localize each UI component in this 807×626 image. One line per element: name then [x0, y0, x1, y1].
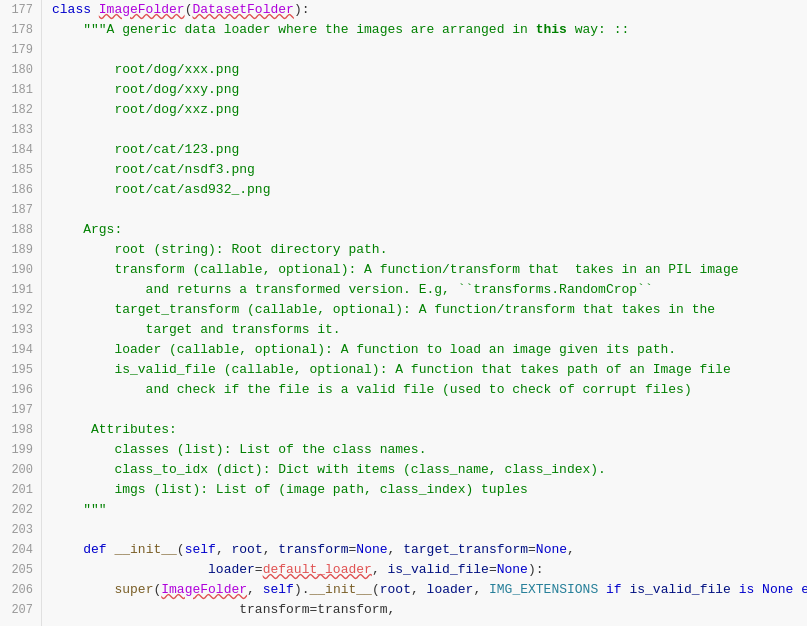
line-number: 197	[8, 400, 33, 420]
code-line: """	[52, 500, 807, 520]
line-number: 195	[8, 360, 33, 380]
code-editor: 1771781791801811821831841851861871881891…	[0, 0, 807, 626]
code-line: root/dog/xxy.png	[52, 80, 807, 100]
line-number: 187	[8, 200, 33, 220]
code-line: super(ImageFolder, self).__init__(root, …	[52, 580, 807, 600]
code-line: class_to_idx (dict): Dict with items (cl…	[52, 460, 807, 480]
code-line	[52, 520, 807, 540]
line-number: 189	[8, 240, 33, 260]
line-number: 192	[8, 300, 33, 320]
code-line: classes (list): List of the class names.	[52, 440, 807, 460]
line-number: 185	[8, 160, 33, 180]
line-number: 200	[8, 460, 33, 480]
line-number: 179	[8, 40, 33, 60]
line-number: 184	[8, 140, 33, 160]
code-line	[52, 400, 807, 420]
code-content-area[interactable]: class ImageFolder(DatasetFolder): """A g…	[42, 0, 807, 626]
code-line: transform=transform,	[52, 600, 807, 620]
code-line: root/cat/123.png	[52, 140, 807, 160]
code-line	[52, 120, 807, 140]
line-number: 186	[8, 180, 33, 200]
line-number: 205	[8, 560, 33, 580]
code-line: """A generic data loader where the image…	[52, 20, 807, 40]
line-number: 196	[8, 380, 33, 400]
code-line: and returns a transformed version. E.g, …	[52, 280, 807, 300]
code-line: def __init__(self, root, transform=None,…	[52, 540, 807, 560]
line-number: 188	[8, 220, 33, 240]
line-number: 182	[8, 100, 33, 120]
line-number: 207	[8, 600, 33, 620]
line-number: 201	[8, 480, 33, 500]
code-line: loader (callable, optional): A function …	[52, 340, 807, 360]
line-number: 181	[8, 80, 33, 100]
line-number: 198	[8, 420, 33, 440]
line-number: 177	[8, 0, 33, 20]
code-line: class ImageFolder(DatasetFolder):	[52, 0, 807, 20]
line-number-gutter: 1771781791801811821831841851861871881891…	[0, 0, 42, 626]
code-line: target and transforms it.	[52, 320, 807, 340]
line-number: 203	[8, 520, 33, 540]
line-number: 178	[8, 20, 33, 40]
code-line: Args:	[52, 220, 807, 240]
code-line: target_transform (callable, optional): A…	[52, 300, 807, 320]
line-number: 191	[8, 280, 33, 300]
code-line: Attributes:	[52, 420, 807, 440]
code-line	[52, 40, 807, 60]
line-number: 193	[8, 320, 33, 340]
code-line	[52, 200, 807, 220]
code-line: is_valid_file (callable, optional): A fu…	[52, 360, 807, 380]
code-line: root (string): Root directory path.	[52, 240, 807, 260]
code-line: root/dog/xxz.png	[52, 100, 807, 120]
line-number: 199	[8, 440, 33, 460]
code-line: imgs (list): List of (image path, class_…	[52, 480, 807, 500]
line-number: 204	[8, 540, 33, 560]
code-line: loader=default_loader, is_valid_file=Non…	[52, 560, 807, 580]
line-number: 180	[8, 60, 33, 80]
line-number: 194	[8, 340, 33, 360]
code-line: root/dog/xxx.png	[52, 60, 807, 80]
line-number: 183	[8, 120, 33, 140]
code-line: transform (callable, optional): A functi…	[52, 260, 807, 280]
code-line: and check if the file is a valid file (u…	[52, 380, 807, 400]
line-number: 190	[8, 260, 33, 280]
code-line: root/cat/nsdf3.png	[52, 160, 807, 180]
code-line: root/cat/asd932_.png	[52, 180, 807, 200]
line-number: 206	[8, 580, 33, 600]
line-number: 202	[8, 500, 33, 520]
